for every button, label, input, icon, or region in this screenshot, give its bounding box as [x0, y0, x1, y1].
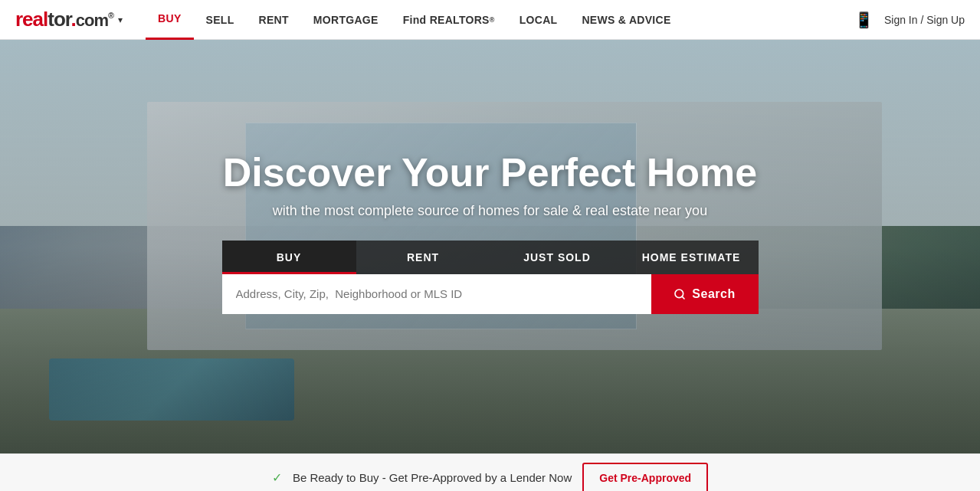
nav-item-buy[interactable]: BUY	[146, 0, 193, 40]
main-nav: BUY SELL RENT MORTGAGE Find REALTORS® LO…	[146, 0, 854, 40]
logo-real: real	[15, 8, 48, 31]
search-tab-home-estimate[interactable]: HOME ESTIMATE	[624, 241, 759, 274]
svg-line-1	[682, 296, 684, 299]
hero-content: Discover Your Perfect Home with the most…	[0, 149, 980, 241]
mobile-icon[interactable]: 📱	[854, 11, 873, 29]
pre-approval-text: Be Ready to Buy - Get Pre-Approved by a …	[293, 471, 572, 484]
search-tabs: BUY RENT JUST SOLD HOME ESTIMATE	[222, 241, 759, 274]
nav-item-local[interactable]: LOCAL	[507, 0, 570, 40]
search-widget: BUY RENT JUST SOLD HOME ESTIMATE Search	[222, 241, 759, 314]
hero-subtitle: with the most complete source of homes f…	[31, 203, 949, 219]
header-right: 📱 Sign In / Sign Up	[854, 11, 965, 29]
search-tab-buy[interactable]: BUY	[222, 241, 356, 274]
nav-item-mortgage[interactable]: MORTGAGE	[301, 0, 391, 40]
search-button-label: Search	[692, 287, 735, 301]
bottom-bar: ✓ Be Ready to Buy - Get Pre-Approved by …	[0, 453, 980, 491]
nav-item-sell[interactable]: SELL	[194, 0, 247, 40]
check-icon: ✓	[272, 470, 282, 485]
logo-com: com	[76, 11, 108, 30]
header: realtor.com® ▾ BUY SELL RENT MORTGAGE Fi…	[0, 0, 980, 40]
search-input-row: Search	[222, 274, 759, 314]
hero-title: Discover Your Perfect Home	[31, 149, 949, 195]
search-input[interactable]	[222, 274, 651, 314]
search-tab-rent[interactable]: RENT	[356, 241, 490, 274]
hero-section: Discover Your Perfect Home with the most…	[0, 40, 980, 453]
logo-tor: tor	[48, 8, 70, 31]
nav-item-rent[interactable]: RENT	[247, 0, 301, 40]
search-tab-just-sold[interactable]: JUST SOLD	[490, 241, 624, 274]
sign-in-link[interactable]: Sign In / Sign Up	[884, 14, 965, 26]
search-button[interactable]: Search	[651, 274, 759, 314]
nav-item-news-advice[interactable]: NEWS & ADVICE	[569, 0, 683, 40]
get-pre-approved-button[interactable]: Get Pre-Approved	[582, 463, 708, 492]
logo-chevron-icon[interactable]: ▾	[118, 15, 123, 25]
search-icon	[674, 288, 686, 300]
logo[interactable]: realtor.com® ▾	[15, 8, 123, 31]
nav-item-find-realtors[interactable]: Find REALTORS®	[391, 0, 507, 40]
realtors-sup: ®	[490, 16, 495, 24]
logo-reg: ®	[108, 11, 113, 20]
